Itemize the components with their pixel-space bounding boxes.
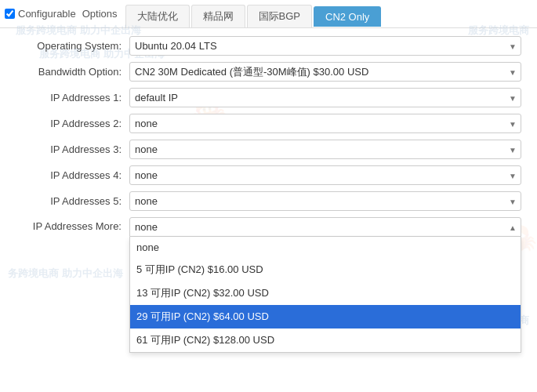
ip5-label: IP Addresses 5: [16, 195, 129, 207]
ip3-row: IP Addresses 3: none ▼ [16, 140, 521, 159]
bandwidth-label: Bandwidth Option: [16, 66, 129, 78]
bandwidth-select-wrapper: CN2 30M Dedicated (普通型-30M峰值) $30.00 USD… [129, 62, 521, 82]
os-label: Operating System: [16, 40, 129, 52]
ipmore-option-61ip[interactable]: 61 可用IP (CN2) $128.00 USD [130, 328, 521, 352]
ip1-label: IP Addresses 1: [16, 92, 129, 103]
form-area: Operating System: Ubuntu 20.04 LTS ▼ Ban… [0, 28, 537, 251]
tab-jingpinwang[interactable]: 精品网 [191, 5, 245, 27]
ip2-select[interactable]: none [129, 114, 521, 133]
ipmore-dropdown-display[interactable]: none [129, 217, 521, 237]
configurable-checkbox[interactable] [5, 9, 15, 19]
ip4-select-wrapper: none ▼ [129, 165, 521, 185]
ip4-row: IP Addresses 4: none ▼ [16, 165, 521, 185]
ip3-select[interactable]: none [129, 140, 521, 159]
ipmore-dropdown-list: none 5 可用IP (CN2) $16.00 USD 13 可用IP (CN… [129, 237, 521, 353]
ipmore-row: IP Addresses More: none ▲ none 5 可用IP (C… [16, 217, 521, 237]
ipmore-option-none[interactable]: none [130, 237, 521, 258]
ip1-select[interactable]: default IP [129, 88, 521, 107]
tab-daluoyouhua[interactable]: 大陆优化 [125, 5, 190, 27]
ip2-label: IP Addresses 2: [16, 118, 129, 129]
ip5-select-wrapper: none ▼ [129, 191, 521, 211]
ipmore-option-5ip[interactable]: 5 可用IP (CN2) $16.00 USD [130, 258, 521, 281]
configurable-options-label: Configurable Options [5, 8, 118, 24]
os-select-wrapper: Ubuntu 20.04 LTS ▼ [129, 36, 521, 56]
ipmore-label: IP Addresses More: [16, 217, 129, 232]
ipmore-dropdown-wrapper: none ▲ none 5 可用IP (CN2) $16.00 USD 13 可… [129, 217, 521, 237]
ip4-select[interactable]: none [129, 165, 521, 185]
tab-cn2only[interactable]: CN2 Only [314, 6, 381, 27]
ip1-select-wrapper: default IP ▼ [129, 88, 521, 107]
ip3-select-wrapper: none ▼ [129, 140, 521, 159]
os-select[interactable]: Ubuntu 20.04 LTS [129, 36, 521, 56]
bandwidth-select[interactable]: CN2 30M Dedicated (普通型-30M峰值) $30.00 USD [129, 62, 521, 82]
ipmore-option-13ip[interactable]: 13 可用IP (CN2) $32.00 USD [130, 281, 521, 305]
ip2-select-wrapper: none ▼ [129, 114, 521, 133]
tab-guojibgp[interactable]: 国际BGP [247, 5, 312, 27]
ip5-row: IP Addresses 5: none ▼ [16, 191, 521, 211]
ip3-label: IP Addresses 3: [16, 143, 129, 155]
ip2-row: IP Addresses 2: none ▼ [16, 114, 521, 133]
tabs-row: Configurable Options 大陆优化 精品网 国际BGP CN2 … [0, 0, 537, 28]
ip5-select[interactable]: none [129, 191, 521, 211]
ip4-label: IP Addresses 4: [16, 169, 129, 181]
bandwidth-row: Bandwidth Option: CN2 30M Dedicated (普通型… [16, 62, 521, 82]
ip1-row: IP Addresses 1: default IP ▼ [16, 88, 521, 107]
ipmore-option-29ip[interactable]: 29 可用IP (CN2) $64.00 USD [130, 305, 521, 328]
os-row: Operating System: Ubuntu 20.04 LTS ▼ [16, 36, 521, 56]
